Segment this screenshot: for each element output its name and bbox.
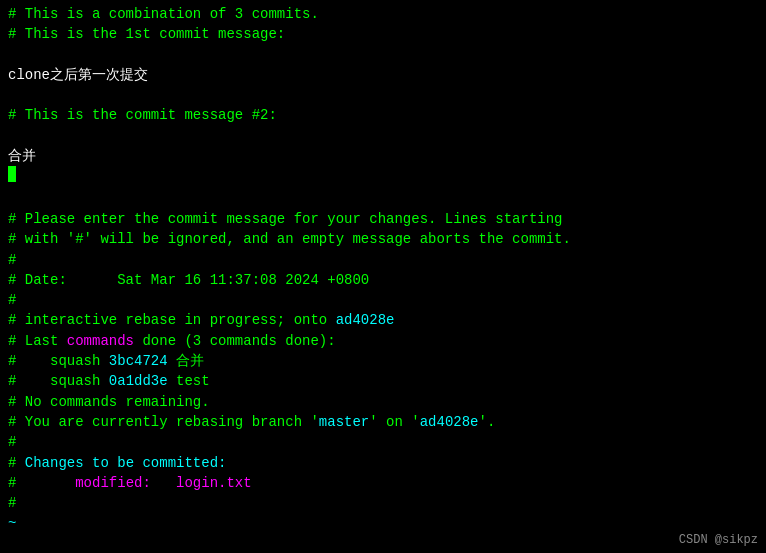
line-25: #: [8, 493, 758, 513]
line-3: [8, 45, 758, 65]
line-20: # No commands remaining.: [8, 392, 758, 412]
cursor-block: [8, 166, 16, 182]
watermark: CSDN @sikpz: [679, 533, 758, 547]
line-23: # Changes to be committed:: [8, 453, 758, 473]
line-19: # squash 0a1dd3e test: [8, 371, 758, 391]
line-21: # You are currently rebasing branch 'mas…: [8, 412, 758, 432]
line-5: [8, 85, 758, 105]
line-cursor: [8, 166, 758, 188]
line-22: #: [8, 432, 758, 452]
line-8: 合并: [8, 146, 758, 166]
line-tilde: ~: [8, 513, 758, 533]
line-11: # Please enter the commit message for yo…: [8, 209, 758, 229]
line-10: [8, 189, 758, 209]
line-18: # squash 3bc4724 合并: [8, 351, 758, 371]
terminal: # This is a combination of 3 commits. # …: [0, 0, 766, 553]
line-13: #: [8, 250, 758, 270]
line-12: # with '#' will be ignored, and an empty…: [8, 229, 758, 249]
line-24: # modified: login.txt: [8, 473, 758, 493]
line-14: # Date: Sat Mar 16 11:37:08 2024 +0800: [8, 270, 758, 290]
line-1: # This is a combination of 3 commits.: [8, 4, 758, 24]
line-16: # interactive rebase in progress; onto a…: [8, 310, 758, 330]
line-2: # This is the 1st commit message:: [8, 24, 758, 44]
line-4: clone之后第一次提交: [8, 65, 758, 85]
line-17: # Last commands done (3 commands done):: [8, 331, 758, 351]
line-15: #: [8, 290, 758, 310]
line-7: [8, 126, 758, 146]
line-6: # This is the commit message #2:: [8, 105, 758, 125]
